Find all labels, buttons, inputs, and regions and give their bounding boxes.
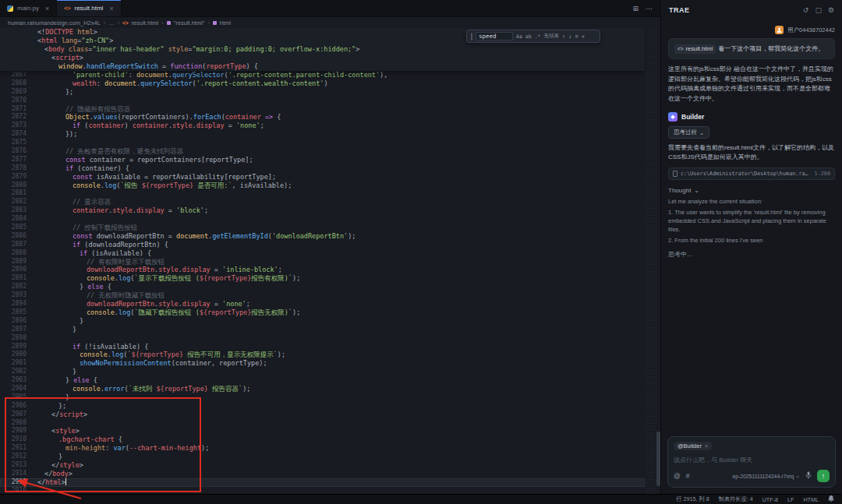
code-line[interactable]: 2910.bgchart-chart { bbox=[0, 435, 645, 444]
code-line[interactable]: 2900console.log(`${reportType} 报告不可用，显示无… bbox=[0, 351, 645, 359]
remove-mention-icon[interactable]: × bbox=[705, 443, 708, 449]
code-line[interactable]: 2903} else { bbox=[0, 376, 645, 385]
more-actions-icon[interactable]: ⋯ bbox=[646, 5, 653, 12]
code-line[interactable]: 2907</script> bbox=[0, 411, 645, 419]
file-reference[interactable]: c:\Users\Administrator\Desktop\human.rah… bbox=[668, 167, 835, 180]
split-editor-icon[interactable]: ⊞ bbox=[632, 5, 639, 12]
cursor-position[interactable]: 行 2915, 列 8 bbox=[676, 495, 709, 503]
code-line[interactable]: 2894downloadReportBtn.style.display = 'n… bbox=[0, 300, 645, 308]
breadcrumb-ellipsis[interactable]: … bbox=[108, 19, 115, 26]
thought-section-header[interactable]: Thought ⌄ bbox=[668, 187, 835, 194]
code-line[interactable]: 2886const downloadReportBtn = document.g… bbox=[0, 232, 645, 241]
microphone-icon[interactable] bbox=[805, 471, 812, 481]
history-icon[interactable]: ↺ bbox=[803, 6, 809, 14]
code-line[interactable]: 2898 bbox=[0, 334, 645, 343]
code-line[interactable]: 2901showNoPermissionContent(container, r… bbox=[0, 359, 645, 368]
breadcrumb-symbol[interactable]: "result.html" bbox=[174, 19, 205, 26]
scrollbar-thumb[interactable] bbox=[656, 432, 660, 486]
code-line[interactable]: <body class="inner has-header" style="ma… bbox=[0, 45, 645, 54]
layout-icon[interactable]: ▢ bbox=[815, 6, 822, 14]
model-selector[interactable]: ep-20251111124244-r7nrq ⌄ bbox=[732, 473, 800, 479]
code-line[interactable]: 2875 bbox=[0, 139, 645, 147]
builder-mention-chip[interactable]: @Builder × bbox=[674, 442, 712, 450]
code-line[interactable]: 2912} bbox=[0, 453, 645, 461]
send-button[interactable]: ↑ bbox=[817, 470, 830, 482]
find-next-icon[interactable]: ↓ bbox=[568, 33, 571, 40]
find-input[interactable] bbox=[476, 32, 513, 41]
match-case-icon[interactable]: Aa bbox=[516, 33, 522, 40]
code-line[interactable]: 2872Object.values(reportContainers).forE… bbox=[0, 113, 645, 122]
code-line[interactable]: 2904console.error(`未找到 ${reportType} 报告容… bbox=[0, 385, 645, 393]
close-icon[interactable]: × bbox=[582, 33, 585, 40]
code-line[interactable]: 2879const isAvailable = reportAvailabili… bbox=[0, 173, 645, 182]
code-line[interactable]: 2914</body> bbox=[0, 470, 645, 478]
code-line[interactable]: 2892} else { bbox=[0, 283, 645, 291]
code-line[interactable]: 2869}; bbox=[0, 88, 645, 97]
tab-main-py[interactable]: main.py × bbox=[0, 0, 57, 16]
code-line[interactable]: 2874}); bbox=[0, 130, 645, 139]
breadcrumb[interactable]: human.rahumandesign.com_H2x4L › … › <> r… bbox=[0, 17, 660, 28]
find-in-selection-icon[interactable]: ≡ bbox=[575, 33, 578, 40]
code-line[interactable]: 2916 bbox=[0, 487, 645, 494]
code-line[interactable]: 2891console.log(`显示下载报告按钮 (${reportType}… bbox=[0, 274, 645, 283]
thought-process-chip[interactable]: 思考过程 ⌄ bbox=[668, 126, 709, 139]
breadcrumb-symbol[interactable]: html bbox=[220, 19, 231, 26]
regex-icon[interactable]: .* bbox=[535, 33, 541, 40]
code-line[interactable]: 2902} bbox=[0, 368, 645, 376]
indentation[interactable]: 制表符长度: 4 bbox=[719, 495, 753, 503]
minimap[interactable] bbox=[646, 28, 656, 494]
code-line[interactable]: 2913</style> bbox=[0, 461, 645, 470]
code-line[interactable]: window.handleReportSwitch = function(rep… bbox=[0, 62, 645, 71]
code-line[interactable]: 2871// 隐藏所有报告容器 bbox=[0, 105, 645, 114]
find-drag-handle[interactable] bbox=[471, 33, 472, 41]
breadcrumb-file[interactable]: result.html bbox=[132, 19, 159, 26]
code-line[interactable]: 2897} bbox=[0, 326, 645, 334]
code-line[interactable]: 2887if (downloadReportBtn) { bbox=[0, 241, 645, 249]
code-line[interactable]: 2882// 显示容器 bbox=[0, 198, 645, 206]
file-chip[interactable]: <> result.html bbox=[674, 44, 716, 54]
notifications-icon[interactable] bbox=[828, 495, 834, 504]
language-mode[interactable]: HTML bbox=[803, 496, 819, 503]
close-icon[interactable]: × bbox=[45, 5, 49, 12]
code-line[interactable]: <script> bbox=[0, 54, 645, 62]
encoding[interactable]: UTF-8 bbox=[762, 496, 778, 503]
context-icon[interactable]: # bbox=[686, 472, 690, 480]
mention-icon[interactable]: @ bbox=[674, 472, 681, 480]
find-previous-icon[interactable]: ↑ bbox=[562, 33, 565, 40]
close-icon[interactable]: × bbox=[109, 5, 113, 12]
code-line[interactable]: 2881 bbox=[0, 189, 645, 198]
code-line[interactable]: 2878if (container) { bbox=[0, 164, 645, 173]
gear-icon[interactable]: ⚙ bbox=[828, 6, 834, 14]
code-line[interactable]: 2868wealth: document.querySelector('.rep… bbox=[0, 79, 645, 88]
code-line[interactable]: 2896} bbox=[0, 317, 645, 326]
eol-sequence[interactable]: LF bbox=[787, 496, 794, 503]
chat-input-box[interactable]: @Builder × 说点什么吧，与 Builder 聊天 @ # ep-202… bbox=[667, 436, 836, 488]
code-line[interactable]: 2895console.log(`隐藏下载报告按钮 (${reportType}… bbox=[0, 308, 645, 317]
breadcrumb-folder[interactable]: human.rahumandesign.com_H2x4L bbox=[8, 19, 101, 26]
code-line[interactable]: 2905} bbox=[0, 393, 645, 402]
code-line[interactable]: 2876// 先检查是否有权限，避免未找到容器 bbox=[0, 147, 645, 156]
code-line[interactable]: 2888if (isAvailable) { bbox=[0, 249, 645, 258]
code-line[interactable]: 2915</html> bbox=[0, 478, 645, 487]
code-line[interactable]: 2873if (container) container.style.displ… bbox=[0, 122, 645, 130]
code-line[interactable]: 2877const container = reportContainers[r… bbox=[0, 156, 645, 164]
code-line[interactable]: 2889// 有权限时显示下载按钮 bbox=[0, 258, 645, 266]
code-line[interactable]: 2884 bbox=[0, 215, 645, 224]
tab-result-html[interactable]: <> result.html × bbox=[57, 0, 121, 16]
code-line[interactable]: 2870 bbox=[0, 97, 645, 105]
chat-input-placeholder[interactable]: 说点什么吧，与 Builder 聊天 bbox=[674, 456, 830, 464]
code-line[interactable]: 2880console.log(`报告 ${reportType} 是否可用:`… bbox=[0, 182, 645, 190]
code-line[interactable]: 2909<style> bbox=[0, 427, 645, 435]
code-line[interactable]: 2883container.style.display = 'block'; bbox=[0, 206, 645, 215]
code-line[interactable]: 2911min-height: var(--chart-min-height); bbox=[0, 444, 645, 453]
code-line[interactable]: 2906}; bbox=[0, 402, 645, 411]
code-line[interactable]: 2867'parent-child': document.querySelect… bbox=[0, 71, 645, 79]
code-line[interactable]: 2899if (!isAvailable) { bbox=[0, 343, 645, 351]
code-line[interactable]: 2890downloadReportBtn.style.display = 'i… bbox=[0, 266, 645, 274]
editor[interactable]: <!DOCTYPE html><html lang="zh-CN"><body … bbox=[0, 28, 660, 494]
code-line[interactable]: 2908 bbox=[0, 419, 645, 428]
code-line[interactable]: 2885// 控制下载报告按钮 bbox=[0, 224, 645, 232]
whole-word-icon[interactable]: ab bbox=[525, 33, 532, 40]
code-area[interactable]: 2867'parent-child': document.querySelect… bbox=[0, 71, 645, 494]
code-line[interactable]: 2893// 无权限时隐藏下载按钮 bbox=[0, 291, 645, 300]
